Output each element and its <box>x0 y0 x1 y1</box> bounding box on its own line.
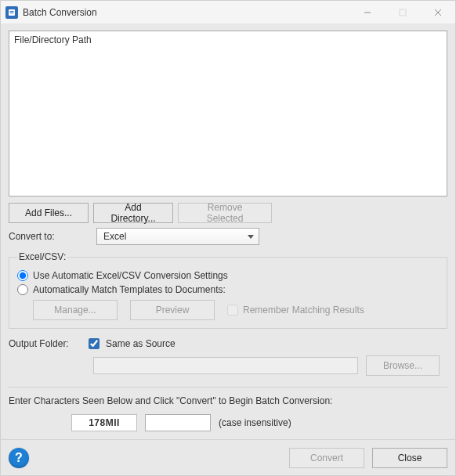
add-directory-button[interactable]: Add Directory... <box>93 203 173 223</box>
radio-match-label: Automatically Match Templates to Documen… <box>33 284 226 295</box>
convert-to-selected-value: Excel <box>103 231 126 242</box>
window-maximize-button <box>385 1 420 24</box>
window-title: Batch Conversion <box>23 7 97 18</box>
convert-to-label: Convert to: <box>9 231 90 242</box>
template-buttons-row: Manage... Preview Remember Matching Resu… <box>33 300 439 320</box>
radio-match-row: Automatically Match Templates to Documen… <box>17 284 439 295</box>
file-list-buttons-row: Add Files... Add Directory... Remove Sel… <box>9 203 447 223</box>
window-minimize-button[interactable] <box>349 1 385 24</box>
output-folder-label: Output Folder: <box>9 338 82 349</box>
radio-match-templates[interactable] <box>17 284 28 295</box>
remove-selected-button: Remove Selected <box>178 203 272 223</box>
add-files-button[interactable]: Add Files... <box>9 203 89 223</box>
remember-matching-checkbox <box>227 305 238 316</box>
app-icon <box>5 6 18 19</box>
chevron-down-icon <box>248 235 254 239</box>
remember-matching-label: Remember Matching Results <box>243 305 364 316</box>
output-folder-row: Output Folder: Same as Source <box>9 338 447 349</box>
excel-csv-legend: Excel/CSV: <box>17 251 67 262</box>
preview-button: Preview <box>130 300 215 320</box>
captcha-row: 178MII (case insensitive) <box>71 414 447 431</box>
convert-button: Convert <box>289 448 364 468</box>
manage-button: Manage... <box>33 300 118 320</box>
convert-to-row: Convert to: Excel <box>9 228 447 245</box>
file-list-column-header: File/Directory Path <box>9 31 447 47</box>
close-button[interactable]: Close <box>372 448 447 468</box>
captcha-hint: (case insensitive) <box>219 417 291 428</box>
batch-conversion-window: Batch Conversion File/Directory Path Add… <box>0 0 456 476</box>
separator <box>9 387 447 388</box>
browse-button: Browse... <box>366 355 440 376</box>
svg-rect-2 <box>10 13 14 13</box>
radio-auto-row: Use Automatic Excel/CSV Conversion Setti… <box>17 270 439 281</box>
file-list[interactable]: File/Directory Path <box>9 31 447 197</box>
content-area: File/Directory Path Add Files... Add Dir… <box>1 24 455 439</box>
window-close-button[interactable] <box>420 1 455 24</box>
window-titlebar: Batch Conversion <box>1 1 455 24</box>
svg-rect-4 <box>400 9 406 16</box>
captcha-prompt: Enter Characters Seen Below and Click "C… <box>9 395 447 406</box>
footer-bar: ? Convert Close <box>1 439 455 475</box>
output-path-row: Browse... <box>9 355 447 376</box>
same-as-source-label: Same as Source <box>106 338 176 349</box>
captcha-code-display: 178MII <box>71 414 137 431</box>
radio-auto-label: Use Automatic Excel/CSV Conversion Setti… <box>33 270 228 281</box>
svg-rect-1 <box>10 11 14 12</box>
same-as-source-checkbox[interactable] <box>89 338 100 349</box>
convert-to-select[interactable]: Excel <box>96 228 259 245</box>
radio-auto-settings[interactable] <box>17 270 28 281</box>
output-path-field <box>93 357 358 374</box>
excel-csv-group: Excel/CSV: Use Automatic Excel/CSV Conve… <box>9 251 447 329</box>
help-icon[interactable]: ? <box>9 448 29 468</box>
remember-matching-row: Remember Matching Results <box>227 305 364 316</box>
captcha-input[interactable] <box>145 414 211 431</box>
